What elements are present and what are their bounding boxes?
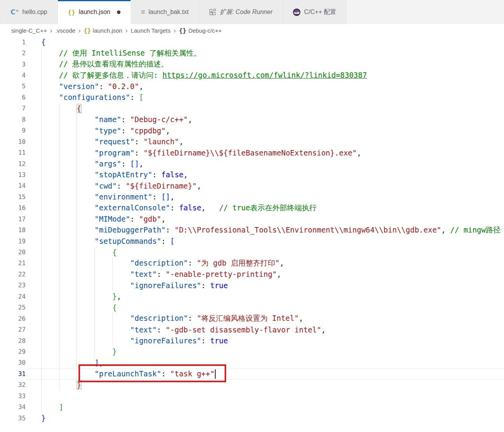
code-line[interactable]: 32 } xyxy=(0,380,504,390)
code-line[interactable]: 35} xyxy=(0,413,504,423)
code-line[interactable]: 9 "type": "cppdbg", xyxy=(0,125,504,136)
code-line-text[interactable]: "request": "launch", xyxy=(41,137,183,146)
code-line[interactable]: 23 "ignoreFailures": true xyxy=(0,280,504,291)
code-line-text[interactable]: "cwd": "${fileDirname}", xyxy=(41,182,201,190)
line-number[interactable]: 25 xyxy=(0,304,26,311)
code-line-text[interactable]: } xyxy=(41,414,45,422)
line-number[interactable]: 13 xyxy=(0,171,26,178)
code-line-text[interactable]: "version": "0.2.0", xyxy=(41,82,143,91)
code-line[interactable]: 8 "name": "Debug-c/c++", xyxy=(0,114,504,125)
code-line-text[interactable]: { xyxy=(41,38,45,46)
code-line[interactable]: 24 }, xyxy=(0,291,504,302)
code-line[interactable]: 13 "stopAtEntry": false, xyxy=(0,169,504,180)
line-number[interactable]: 32 xyxy=(0,381,26,388)
line-number[interactable]: 28 xyxy=(0,337,26,345)
code-line[interactable]: 19 "setupCommands": [ xyxy=(0,236,504,247)
code-line[interactable]: 28 "ignoreFailures": true xyxy=(0,335,504,346)
code-line[interactable]: 11 "program": "${fileDirname}\\${fileBas… xyxy=(0,147,504,158)
line-number[interactable]: 12 xyxy=(0,160,26,168)
line-number[interactable]: 14 xyxy=(0,182,26,189)
line-number[interactable]: 26 xyxy=(0,315,26,322)
tab-hello-cpp[interactable]: C⁺hello.cpp xyxy=(0,0,58,24)
code-line-text[interactable]: "text": "-gdb-set disassembly-flavor int… xyxy=(41,325,326,334)
tab-launch-json[interactable]: {}launch.json xyxy=(58,0,131,24)
breadcrumb-item-single-c-c-[interactable]: single-C_C++ xyxy=(11,27,47,34)
tab-launch-bak-txt[interactable]: ≡launch_bak.txt xyxy=(131,0,199,24)
code-line[interactable]: 18 "miDebuggerPath": "D:\\Professional_T… xyxy=(0,224,504,235)
code-line-text[interactable]: "externalConsole": false, // true表示在外部终端… xyxy=(41,203,317,213)
code-line-text[interactable]: { xyxy=(41,303,117,312)
code-line[interactable]: 34 ] xyxy=(0,401,504,412)
code-line[interactable]: 7 { xyxy=(0,103,504,114)
code-line[interactable]: 27 "text": "-gdb-set disassembly-flavor … xyxy=(0,324,504,335)
breadcrumb-item-debug-c-c-[interactable]: {}Debug-c/c++ xyxy=(179,27,221,34)
line-number[interactable]: 4 xyxy=(0,72,26,79)
line-number[interactable]: 3 xyxy=(0,61,26,68)
tab-c-c-[interactable]: C/C++C/C++ 配置 xyxy=(283,0,347,24)
line-number[interactable]: 17 xyxy=(0,215,26,223)
line-number[interactable]: 22 xyxy=(0,271,26,278)
line-number[interactable]: 31 xyxy=(0,370,26,378)
line-number[interactable]: 15 xyxy=(0,193,26,201)
line-number[interactable]: 16 xyxy=(0,204,26,212)
breadcrumb-item-launch-targets[interactable]: Launch Targets xyxy=(131,27,170,34)
code-line[interactable]: 15 "environment": [], xyxy=(0,191,504,202)
code-line-text[interactable]: // 使用 IntelliSense 了解相关属性。 xyxy=(41,48,201,58)
line-number[interactable]: 18 xyxy=(0,226,26,234)
code-line-text[interactable]: } xyxy=(41,381,81,389)
line-number[interactable]: 30 xyxy=(0,359,26,366)
code-line[interactable]: 4 // 欲了解更多信息，请访问: https://go.microsoft.c… xyxy=(0,70,504,80)
code-line-text[interactable]: "text": "-enable-pretty-printing", xyxy=(41,270,281,278)
line-number[interactable]: 24 xyxy=(0,293,26,300)
line-number[interactable]: 6 xyxy=(0,94,26,101)
code-line[interactable]: 25 { xyxy=(0,302,504,313)
code-line-text[interactable]: { xyxy=(41,104,81,113)
breadcrumb-item--vscode[interactable]: .vscode xyxy=(55,27,75,34)
line-number[interactable]: 33 xyxy=(0,392,26,400)
code-line-text[interactable]: ] xyxy=(41,403,63,411)
code-line-text[interactable]: } xyxy=(41,347,117,356)
line-number[interactable]: 2 xyxy=(0,49,26,57)
tab--code-runner[interactable]: 扩展: Code Runner xyxy=(199,0,283,24)
line-number[interactable]: 5 xyxy=(0,82,26,90)
line-number[interactable]: 20 xyxy=(0,248,26,256)
code-line[interactable]: 6 "configurations": [ xyxy=(0,92,504,103)
line-number[interactable]: 27 xyxy=(0,326,26,333)
line-number[interactable]: 21 xyxy=(0,259,26,267)
code-editor[interactable]: 1{2 // 使用 IntelliSense 了解相关属性。3 // 悬停以查看… xyxy=(0,37,504,424)
code-line[interactable]: 31 "preLaunchTask": "task g++" xyxy=(0,368,504,379)
code-line[interactable]: 1{ xyxy=(0,37,504,47)
code-line[interactable]: 5 "version": "0.2.0", xyxy=(0,81,504,92)
breadcrumb-item-launch-json[interactable]: {}launch.json xyxy=(84,27,122,34)
code-line[interactable]: 2 // 使用 IntelliSense 了解相关属性。 xyxy=(0,47,504,58)
line-number[interactable]: 8 xyxy=(0,116,26,123)
code-line-text[interactable]: "args": [], xyxy=(41,159,143,168)
code-line[interactable]: 21 "description": "为 gdb 启用整齐打印", xyxy=(0,258,504,269)
code-line[interactable]: 30 ], xyxy=(0,357,504,368)
code-line[interactable]: 14 "cwd": "${fileDirname}", xyxy=(0,180,504,191)
line-number[interactable]: 9 xyxy=(0,127,26,134)
code-line-text[interactable]: "setupCommands": [ xyxy=(41,237,174,245)
line-number[interactable]: 23 xyxy=(0,282,26,289)
code-line-text[interactable]: // 悬停以查看现有属性的描述。 xyxy=(41,59,168,69)
code-line[interactable]: 3 // 悬停以查看现有属性的描述。 xyxy=(0,59,504,70)
modified-indicator-dot[interactable] xyxy=(117,10,120,14)
line-number[interactable]: 7 xyxy=(0,105,26,112)
code-line-text[interactable]: "name": "Debug-c/c++", xyxy=(41,115,192,124)
code-line[interactable]: 10 "request": "launch", xyxy=(0,136,504,147)
code-line[interactable]: 22 "text": "-enable-pretty-printing", xyxy=(0,269,504,280)
line-number[interactable]: 1 xyxy=(0,38,26,46)
line-number[interactable]: 11 xyxy=(0,149,26,156)
code-line[interactable]: 29 } xyxy=(0,346,504,357)
code-line-text[interactable]: "stopAtEntry": false, xyxy=(41,170,188,179)
code-line-text[interactable]: "type": "cppdbg", xyxy=(41,126,170,135)
code-line-text[interactable]: }, xyxy=(41,292,121,301)
code-line-text[interactable]: { xyxy=(41,248,117,257)
line-number[interactable]: 35 xyxy=(0,415,26,422)
code-line-text[interactable]: "program": "${fileDirname}\\${fileBasena… xyxy=(41,149,361,157)
code-line[interactable]: 12 "args": [], xyxy=(0,158,504,169)
code-line-text[interactable]: "MIMode": "gdb", xyxy=(41,215,166,223)
line-number[interactable]: 29 xyxy=(0,348,26,355)
code-line[interactable]: 20 { xyxy=(0,247,504,257)
code-line-text[interactable]: "description": "为 gdb 启用整齐打印", xyxy=(41,258,284,268)
